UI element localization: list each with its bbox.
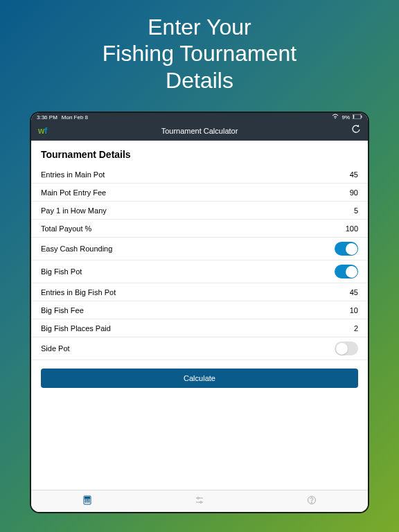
row-value: 45 [350,170,358,179]
sliders-icon [195,495,204,508]
row-value: 5 [354,206,358,215]
tab-bar [31,490,368,512]
row-label: Entries in Main Pot [41,170,105,179]
refresh-icon[interactable] [351,125,361,137]
row-label: Main Pot Entry Fee [41,188,106,197]
svg-rect-2 [362,116,362,118]
status-time: 3:36 PM [37,114,57,121]
row-main-pot-entry-fee[interactable]: Main Pot Entry Fee 90 [31,184,368,202]
svg-point-9 [85,501,86,502]
tab-help[interactable] [305,495,319,508]
svg-point-6 [85,499,86,500]
row-label: Big Fish Places Paid [41,324,111,332]
svg-rect-5 [85,497,90,499]
row-value: 90 [350,188,358,197]
hero-line-2: Fishing Tournament [0,40,399,66]
row-label: Big Fish Pot [41,267,82,276]
svg-rect-3 [353,115,354,118]
row-value: 45 [350,288,358,296]
row-label: Big Fish Fee [41,306,84,314]
hero-title: Enter Your Fishing Tournament Details [0,0,399,112]
toggle-big-fish-pot[interactable] [335,265,358,278]
row-label: Side Pot [41,344,70,353]
status-right: 9% [332,114,362,121]
row-label: Entries in Big Fish Pot [41,288,116,296]
status-battery: 9% [342,114,350,121]
row-entries-big-fish-pot[interactable]: Entries in Big Fish Pot 45 [31,283,368,301]
row-label: Total Payout % [41,224,91,233]
row-big-fish-pot: Big Fish Pot [31,260,368,283]
wifi-icon [332,114,339,121]
svg-point-8 [89,499,89,500]
svg-point-10 [87,501,87,502]
svg-point-13 [197,497,200,499]
toggle-knob [346,243,357,255]
row-total-payout-pct[interactable]: Total Payout % 100 [31,220,368,238]
content-area: Tournament Details Entries in Main Pot 4… [31,141,368,490]
row-entries-main-pot[interactable]: Entries in Main Pot 45 [31,166,368,184]
hero-line-1: Enter Your [0,14,399,40]
app-logo: wf [38,126,47,136]
status-bar: 3:36 PM Mon Feb 8 9% [31,113,368,121]
row-label: Easy Cash Rounding [41,245,112,253]
hero-line-3: Details [0,67,399,94]
help-icon [307,495,317,508]
nav-title: Tournament Calculator [161,127,238,135]
row-value: 100 [346,224,358,233]
svg-point-11 [89,501,89,502]
row-value: 10 [350,306,358,314]
toggle-knob [336,343,348,355]
row-big-fish-fee[interactable]: Big Fish Fee 10 [31,301,368,319]
battery-icon [353,114,362,121]
tab-calculator[interactable] [80,495,94,508]
toggle-knob [346,266,357,278]
calculator-icon [82,495,92,508]
row-value: 2 [354,324,358,332]
row-big-fish-places-paid[interactable]: Big Fish Places Paid 2 [31,319,368,337]
calculate-button[interactable]: Calculate [41,369,358,388]
toggle-side-pot[interactable] [335,342,358,355]
svg-point-17 [311,502,312,502]
section-title: Tournament Details [31,141,368,166]
row-easy-cash-rounding: Easy Cash Rounding [31,238,368,260]
device-frame: 3:36 PM Mon Feb 8 9% wf Tournament Calcu… [30,112,369,513]
row-label: Pay 1 in How Many [41,206,107,215]
row-side-pot: Side Pot [31,337,368,360]
status-left: 3:36 PM Mon Feb 8 [37,114,88,121]
svg-point-7 [87,499,87,500]
tab-settings[interactable] [193,495,206,508]
toggle-easy-cash-rounding[interactable] [335,242,358,256]
nav-bar: wf Tournament Calculator [31,121,368,141]
row-pay-1-in-how-many[interactable]: Pay 1 in How Many 5 [31,202,368,220]
device-screen: 3:36 PM Mon Feb 8 9% wf Tournament Calcu… [31,113,368,512]
status-date: Mon Feb 8 [62,114,88,121]
svg-point-0 [335,118,337,119]
svg-point-15 [200,501,202,503]
